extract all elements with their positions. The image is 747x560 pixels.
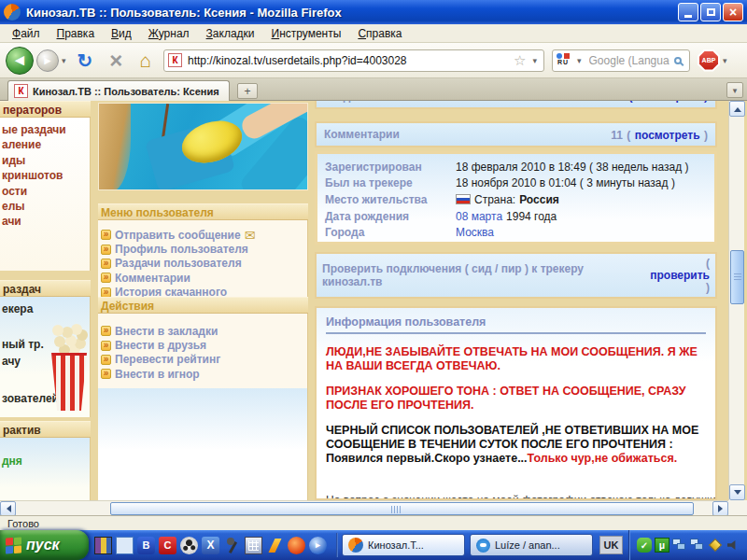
adblock-dropdown-icon[interactable]: ▾ [720, 56, 730, 65]
menu-bookmarks[interactable]: Закладки [198, 25, 263, 42]
sidebar-link[interactable]: ые раздачи [0, 122, 90, 137]
taskbar-task-kinozal[interactable]: Кинозал.Т... [342, 534, 465, 556]
menu-tools[interactable]: Инструменты [263, 25, 350, 42]
media-player-icon[interactable]: ► [309, 537, 327, 554]
avatar-hair [99, 104, 131, 190]
check-connection-text: Проверить подключения ( сид / пир ) к тр… [322, 262, 640, 288]
sidebar-link[interactable]: ачи [0, 214, 90, 229]
menu-item-send-message[interactable]: »Отправить сообщение✉ [101, 228, 307, 242]
tab-favicon: К [14, 84, 28, 98]
bluetooth-icon[interactable]: B [137, 537, 155, 554]
url-input[interactable] [186, 53, 510, 68]
sidebar-link[interactable]: елы [0, 199, 90, 214]
menu-item-profile[interactable]: »Профиль пользователя [101, 242, 307, 256]
adblock-button[interactable]: ABP [698, 49, 720, 72]
sidebar-link[interactable]: иды [0, 153, 90, 168]
sidebar-link[interactable]: ости [0, 184, 90, 199]
middle-empty-box [98, 388, 308, 500]
menu-file[interactable]: Файл [4, 25, 49, 42]
close-paren: ) [706, 282, 710, 294]
new-tab-button[interactable]: + [237, 83, 258, 99]
site-favicon: К [168, 53, 182, 67]
back-button[interactable]: ◄ [6, 47, 34, 75]
popcorn-bucket [51, 353, 87, 411]
menu-item-torrents[interactable]: »Раздачи пользователя [101, 257, 307, 271]
language-indicator[interactable]: UK [599, 536, 623, 554]
horizontal-scrollbar[interactable] [0, 500, 744, 515]
c-app-icon[interactable]: C [159, 537, 176, 554]
window-titlebar[interactable]: Кинозал.ТВ :: Пользователь: Ксения - Moz… [0, 0, 747, 24]
taskbar: пуск B C X ► Кинозал.Т... Luíze / anan..… [0, 530, 747, 560]
skype-tray-icon[interactable]: ✓ [637, 538, 652, 553]
history-dropdown-icon[interactable]: ▾ [59, 56, 69, 65]
comments-row: Комментарии 11 ( посмотреть ) [315, 121, 717, 147]
network-tray-icon[interactable] [672, 538, 687, 553]
vertical-scrollbar[interactable] [728, 101, 744, 500]
menu-item-comments[interactable]: »Комментарии [101, 271, 307, 285]
winrar-icon[interactable] [94, 537, 112, 554]
vertical-scroll-thumb[interactable] [730, 250, 744, 304]
scroll-up-button[interactable] [729, 101, 745, 117]
scroll-right-icon [718, 505, 726, 512]
sidebar-stat[interactable]: ачу [2, 355, 21, 368]
refresh-button[interactable]: ↻ [69, 49, 102, 72]
comments-view-link[interactable]: посмотреть [635, 129, 700, 142]
scroll-left-button[interactable] [0, 501, 16, 516]
documents-icon[interactable] [116, 537, 134, 554]
forward-button[interactable]: ► [36, 49, 59, 72]
action-add-bookmark[interactable]: »Внести в закладки [101, 324, 307, 338]
flashget-icon[interactable] [266, 537, 284, 554]
close-button[interactable]: × [723, 3, 743, 21]
menu-history[interactable]: Журнал [140, 25, 198, 42]
tab-active[interactable]: К Кинозал.ТВ :: Пользователь: Ксения [7, 80, 230, 101]
url-dropdown-icon[interactable]: ▾ [529, 56, 540, 65]
user-info-clipped-line: На вопрос о значении жеста на моей фотог… [326, 494, 717, 500]
sidebar-header-interactive: рактив [0, 421, 91, 438]
download-master-icon[interactable] [288, 537, 305, 554]
sidebar-link[interactable]: криншотов [0, 168, 90, 183]
menu-arrow-icon: » [101, 230, 111, 240]
torrents-view-link[interactable]: ( посмотреть ) [629, 101, 708, 103]
scroll-right-button[interactable] [712, 501, 728, 516]
scroll-down-button[interactable] [729, 484, 745, 500]
sidebar-link[interactable]: аление [0, 137, 90, 152]
start-button[interactable]: пуск [0, 530, 89, 560]
menu-view[interactable]: Вид [103, 25, 140, 42]
calculator-icon[interactable] [245, 537, 262, 554]
birthday-link[interactable]: 08 марта [456, 210, 502, 223]
menu-arrow-icon: » [101, 245, 111, 255]
start-label: пуск [26, 537, 60, 553]
action-add-friend[interactable]: »Внести в друзья [101, 338, 307, 352]
action-transfer-rating[interactable]: »Перевести рейтинг [101, 353, 307, 367]
tab-list-button[interactable]: ▾ [726, 82, 743, 98]
search-input[interactable] [587, 53, 671, 68]
home-button[interactable]: ⌂ [131, 49, 160, 72]
menu-help[interactable]: Справка [349, 25, 410, 42]
sidebar-stat[interactable]: ный тр. [2, 338, 44, 351]
stop-button[interactable]: × [101, 48, 131, 74]
punto-switcher-tray-icon[interactable] [708, 538, 723, 553]
network-tray-icon[interactable] [690, 538, 705, 553]
volume-tray-icon[interactable] [726, 538, 740, 553]
menu-arrow-icon: » [101, 259, 111, 269]
desktop-screen: Кинозал.ТВ :: Пользователь: Ксения - Moz… [0, 0, 747, 560]
football-tv-icon[interactable] [180, 537, 198, 554]
sidebar-stat[interactable]: екера [2, 302, 33, 315]
taskbar-task-messenger[interactable]: Luíze / anan... [470, 534, 593, 556]
action-add-ignore[interactable]: »Внести в игнор [101, 367, 307, 381]
check-link[interactable]: проверить [650, 270, 710, 282]
divx-icon[interactable]: X [202, 537, 219, 554]
utorrent-tray-icon[interactable]: µ [655, 538, 669, 553]
menu-edit[interactable]: Правка [49, 25, 104, 42]
city-link[interactable]: Москва [456, 226, 494, 239]
engine-dropdown-icon[interactable]: ▾ [574, 56, 585, 65]
horizontal-scroll-thumb[interactable] [110, 502, 694, 515]
minimize-button[interactable] [678, 3, 698, 21]
restore-button[interactable] [700, 3, 721, 21]
sidebar-green-link[interactable]: дня [2, 455, 22, 468]
bookmark-star-icon[interactable]: ☆ [514, 52, 526, 69]
search-engine-icon[interactable]: RU [557, 53, 571, 67]
open-paren: ( [627, 129, 630, 142]
search-icon[interactable] [674, 57, 682, 64]
microphone-icon[interactable] [223, 537, 241, 554]
